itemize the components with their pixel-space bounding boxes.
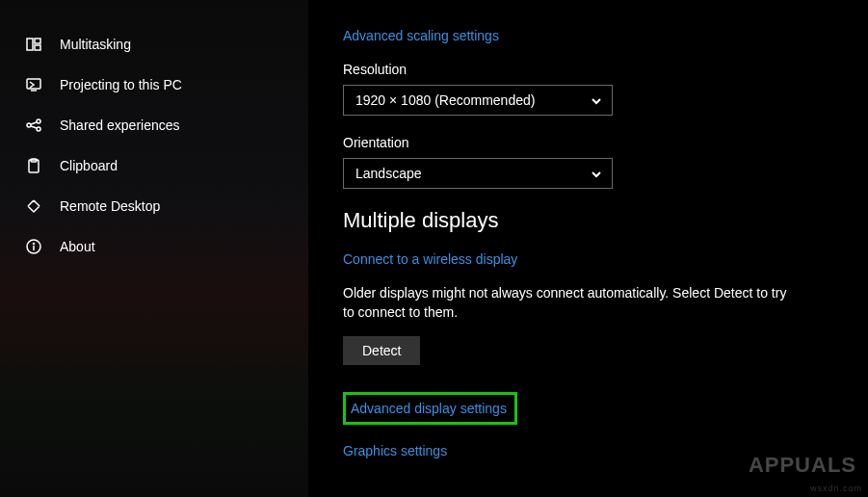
settings-sidebar: Multitasking Projecting to this PC Share…	[0, 0, 308, 497]
svg-point-4	[27, 123, 31, 127]
sidebar-item-projecting[interactable]: Projecting to this PC	[0, 65, 308, 105]
graphics-settings-link[interactable]: Graphics settings	[343, 443, 447, 458]
svg-rect-3	[27, 79, 40, 89]
svg-point-10	[34, 244, 35, 245]
multiple-displays-body: Older displays might not always connect …	[343, 283, 796, 323]
chevron-down-icon	[591, 168, 602, 179]
resolution-dropdown[interactable]: 1920 × 1080 (Recommended)	[343, 85, 613, 116]
svg-rect-2	[35, 45, 40, 50]
sidebar-item-label: Clipboard	[60, 158, 118, 173]
resolution-label: Resolution	[343, 62, 829, 77]
sidebar-item-clipboard[interactable]: Clipboard	[0, 145, 308, 186]
svg-rect-0	[27, 39, 33, 50]
sidebar-item-label: Shared experiences	[60, 118, 180, 133]
orientation-label: Orientation	[343, 135, 829, 150]
about-icon	[25, 238, 42, 255]
sidebar-item-label: Multitasking	[60, 37, 131, 52]
sidebar-item-label: Projecting to this PC	[60, 77, 182, 92]
wireless-display-link[interactable]: Connect to a wireless display	[343, 251, 517, 267]
shared-experiences-icon	[25, 117, 42, 134]
orientation-dropdown[interactable]: Landscape	[343, 158, 613, 189]
remote-desktop-icon	[25, 197, 42, 215]
detect-button[interactable]: Detect	[343, 336, 420, 365]
highlight-annotation: Advanced display settings	[343, 392, 517, 425]
settings-content: Advanced scaling settings Resolution 192…	[308, 0, 868, 497]
svg-point-5	[37, 119, 40, 123]
sidebar-item-label: Remote Desktop	[60, 198, 160, 214]
advanced-display-link[interactable]: Advanced display settings	[351, 401, 507, 416]
sidebar-item-multitasking[interactable]: Multitasking	[0, 24, 308, 65]
resolution-value: 1920 × 1080 (Recommended)	[355, 92, 535, 108]
clipboard-icon	[25, 157, 42, 174]
svg-rect-1	[35, 39, 40, 43]
svg-point-6	[37, 127, 40, 131]
sidebar-item-shared[interactable]: Shared experiences	[0, 105, 308, 145]
sidebar-item-label: About	[60, 239, 95, 254]
projecting-icon	[25, 76, 42, 93]
watermark-brand: APPUALS	[749, 453, 856, 478]
watermark-site: wsxdn.com	[810, 484, 862, 493]
sidebar-item-remote[interactable]: Remote Desktop	[0, 186, 308, 226]
multiple-displays-heading: Multiple displays	[343, 208, 829, 233]
advanced-scaling-link[interactable]: Advanced scaling settings	[343, 28, 499, 43]
sidebar-item-about[interactable]: About	[0, 226, 308, 267]
orientation-value: Landscape	[355, 166, 422, 181]
multitasking-icon	[25, 36, 42, 53]
chevron-down-icon	[591, 94, 602, 106]
